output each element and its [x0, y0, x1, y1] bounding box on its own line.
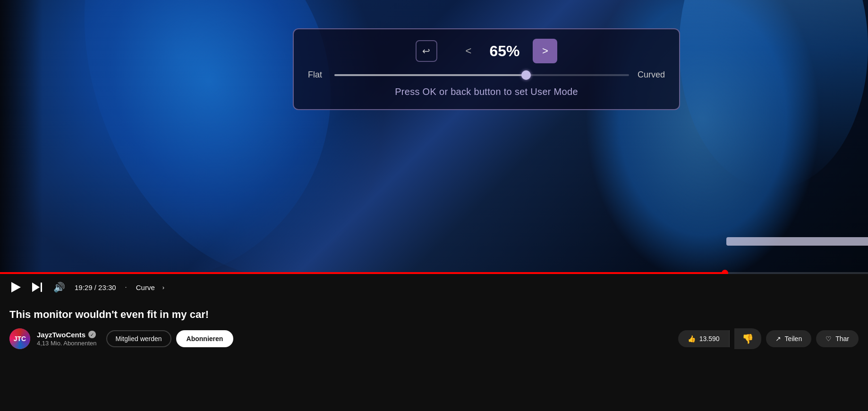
member-button[interactable]: Mitglied werden	[106, 330, 171, 347]
time-display: 19:29 / 23:30	[75, 283, 116, 291]
osd-instruction: Press OK or back button to set User Mode	[308, 86, 665, 97]
thanks-icon: ♡	[825, 335, 832, 342]
video-player[interactable]: ↩ < 65% > Flat Curved Press OK or back b…	[0, 0, 868, 274]
volume-icon: 🔊	[53, 282, 65, 293]
progress-bar-fill	[0, 272, 725, 274]
channel-info: JayzTwoCents ✓ 4,13 Mio. Abonnenten	[37, 331, 97, 347]
osd-slider-row: Flat Curved	[308, 70, 665, 80]
thanks-label: Thar	[835, 335, 849, 342]
osd-nav-left-button[interactable]: <	[461, 42, 477, 60]
skip-button[interactable]	[30, 281, 44, 294]
white-bar-decoration	[726, 237, 868, 246]
verified-icon: ✓	[88, 331, 96, 338]
action-buttons: 👍 13.590 👎 ↗ Teilen ♡ Thar	[678, 328, 859, 349]
skip-bar	[41, 283, 42, 292]
share-label: Teilen	[785, 335, 802, 342]
subscriber-count: 4,13 Mio. Abonnenten	[37, 340, 97, 347]
osd-nav-right-button[interactable]: >	[533, 39, 557, 63]
separator-dot: •	[126, 286, 127, 289]
time-separator: /	[94, 283, 98, 291]
channel-name-row: JayzTwoCents ✓	[37, 331, 97, 339]
total-time: 23:30	[98, 283, 116, 291]
video-title: This monitor wouldn't even fit in my car…	[9, 308, 859, 322]
current-time: 19:29	[75, 283, 93, 291]
osd-slider-track[interactable]	[334, 74, 629, 76]
chapter-arrow-icon[interactable]: ›	[162, 284, 164, 291]
osd-top-row: ↩ < 65% >	[308, 39, 665, 63]
share-icon: ↗	[775, 335, 781, 342]
controls-bar: 🔊 19:29 / 23:30 • Curve ›	[0, 274, 868, 300]
like-count: 13.590	[699, 335, 720, 342]
like-icon: 👍	[688, 335, 696, 342]
skip-icon	[32, 283, 42, 292]
osd-label-curved: Curved	[637, 70, 665, 80]
like-button[interactable]: 👍 13.590	[678, 330, 730, 347]
channel-row: JTC JayzTwoCents ✓ 4,13 Mio. Abonnenten …	[9, 328, 859, 349]
avatar-inner: JTC	[9, 328, 30, 349]
osd-percent-value: 65%	[485, 43, 523, 60]
osd-slider-fill	[334, 74, 526, 76]
thanks-button[interactable]: ♡ Thar	[816, 330, 859, 347]
avatar-letters: JTC	[14, 335, 26, 342]
channel-buttons: Mitglied werden Abonnieren	[106, 330, 234, 347]
dislike-button[interactable]: 👎	[734, 328, 761, 349]
dislike-icon: 👎	[742, 334, 754, 344]
osd-back-button[interactable]: ↩	[416, 40, 437, 62]
skip-triangle	[32, 283, 40, 292]
osd-slider-thumb	[521, 70, 531, 80]
osd-panel: ↩ < 65% > Flat Curved Press OK or back b…	[293, 28, 680, 110]
share-button[interactable]: ↗ Teilen	[766, 330, 812, 347]
play-button[interactable]	[9, 280, 23, 294]
channel-name[interactable]: JayzTwoCents	[37, 331, 85, 339]
osd-label-flat: Flat	[308, 70, 327, 80]
video-progress-bar[interactable]	[0, 272, 868, 274]
video-background: ↩ < 65% > Flat Curved Press OK or back b…	[0, 0, 868, 274]
chapter-name: Curve	[136, 283, 155, 291]
page-container: ↩ < 65% > Flat Curved Press OK or back b…	[0, 0, 868, 411]
dark-overlay-left	[0, 0, 43, 274]
play-icon	[11, 282, 21, 292]
volume-button[interactable]: 🔊	[51, 280, 67, 295]
channel-avatar[interactable]: JTC	[9, 328, 30, 349]
info-section: This monitor wouldn't even fit in my car…	[0, 300, 868, 411]
progress-bar-scrubber[interactable]	[722, 270, 728, 274]
subscribe-button[interactable]: Abonnieren	[176, 330, 234, 347]
